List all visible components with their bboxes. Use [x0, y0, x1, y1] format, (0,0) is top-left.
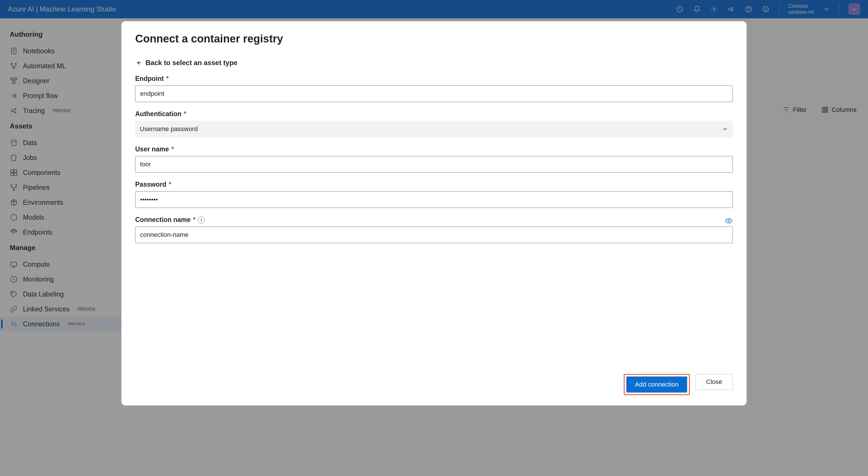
field-authentication: Authentication * Username password [135, 110, 733, 137]
field-username: User name * [135, 145, 733, 173]
back-link[interactable]: Back to select an asset type [135, 59, 733, 67]
chevron-down-icon [722, 126, 728, 132]
endpoint-input[interactable] [135, 86, 733, 102]
add-connection-button[interactable]: Add connection [626, 376, 687, 393]
modal-title: Connect a container registry [135, 33, 733, 45]
arrow-left-icon [135, 60, 142, 66]
info-icon[interactable]: i [198, 216, 205, 224]
label-authentication: Authentication * [135, 110, 733, 118]
eye-icon[interactable] [725, 217, 733, 226]
label-username: User name * [135, 145, 733, 153]
back-link-label: Back to select an asset type [146, 59, 237, 67]
label-password: Password * [135, 181, 733, 189]
modal-footer: Add connection Close [135, 374, 733, 395]
close-button[interactable]: Close [695, 374, 733, 390]
field-connection-name: Connection name * i [135, 216, 733, 243]
label-endpoint: Endpoint * [135, 75, 733, 82]
field-endpoint: Endpoint * [135, 75, 733, 102]
username-input[interactable] [135, 156, 733, 173]
label-connection-name: Connection name * i [135, 216, 205, 224]
authentication-value: Username password [140, 125, 198, 133]
add-connection-highlight: Add connection [624, 374, 690, 395]
modal-overlay: Connect a container registry Back to sel… [0, 0, 868, 476]
password-input[interactable] [135, 191, 733, 208]
authentication-select[interactable]: Username password [135, 121, 733, 137]
svg-point-32 [728, 220, 730, 222]
field-password: Password * [135, 181, 733, 208]
connection-name-input[interactable] [135, 227, 733, 243]
modal: Connect a container registry Back to sel… [121, 21, 747, 405]
